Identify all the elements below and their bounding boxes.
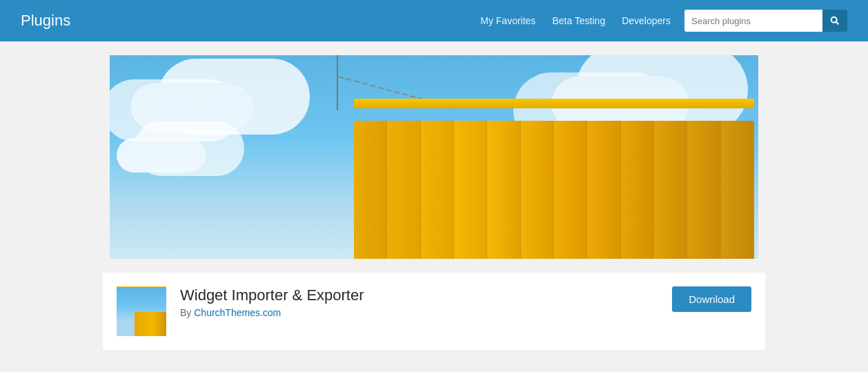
rib-10 [654, 121, 687, 259]
search-container [684, 10, 847, 32]
search-input[interactable] [684, 10, 822, 32]
rib-6 [521, 121, 554, 259]
site-title: Plugins [21, 12, 70, 30]
rib-12 [721, 121, 754, 259]
nav-my-favorites[interactable]: My Favorites [480, 15, 535, 26]
cargo-container [354, 107, 754, 259]
container-body [354, 121, 754, 259]
rib-1 [354, 121, 387, 259]
rib-5 [487, 121, 520, 259]
plugin-hero-image [110, 55, 758, 259]
nav-developers[interactable]: Developers [622, 15, 671, 26]
thumbnail-mini-container [135, 312, 166, 336]
download-button[interactable]: Download [672, 286, 751, 312]
hook-chain [337, 55, 338, 110]
cloud-1 [130, 83, 255, 131]
rib-7 [554, 121, 587, 259]
plugin-title: Widget Importer & Exporter [180, 286, 658, 304]
rib-2 [387, 121, 420, 259]
rib-9 [621, 121, 654, 259]
site-header: Plugins My Favorites Beta Testing Develo… [0, 0, 868, 41]
by-label: By [180, 307, 191, 318]
rib-4 [454, 121, 487, 259]
container-ribs [354, 121, 754, 259]
search-icon [830, 16, 840, 26]
search-button[interactable] [822, 10, 847, 32]
rib-3 [421, 121, 454, 259]
container-top [354, 99, 754, 108]
svg-line-1 [836, 22, 839, 25]
main-content: Widget Importer & Exporter By ChurchThem… [103, 41, 765, 364]
plugin-author-line: By ChurchThemes.com [180, 307, 658, 318]
svg-point-0 [831, 17, 837, 23]
rib-11 [687, 121, 720, 259]
thumbnail-mini-top [117, 286, 166, 287]
main-nav: My Favorites Beta Testing Developers [480, 15, 671, 26]
plugin-details: Widget Importer & Exporter By ChurchThem… [180, 286, 658, 318]
plugin-author-link[interactable]: ChurchThemes.com [194, 307, 281, 318]
plugin-info-row: Widget Importer & Exporter By ChurchThem… [103, 273, 765, 350]
plugin-thumbnail [117, 286, 166, 336]
cloud-2 [117, 138, 206, 173]
nav-beta-testing[interactable]: Beta Testing [552, 15, 605, 26]
plugin-actions: Download [672, 286, 751, 312]
rib-8 [587, 121, 620, 259]
